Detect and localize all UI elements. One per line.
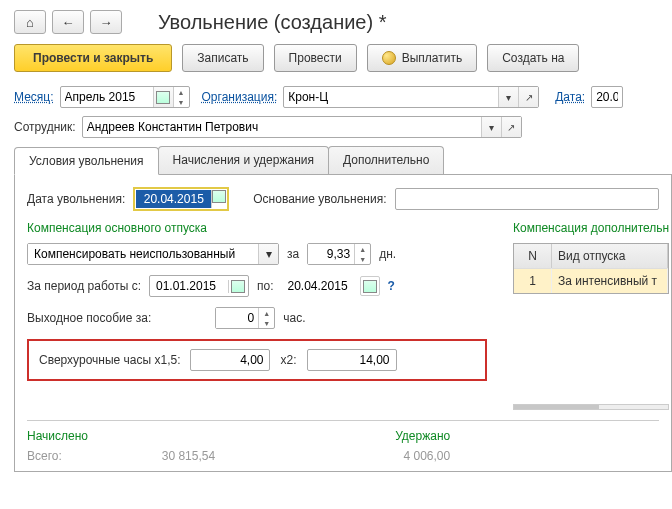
days-input[interactable] xyxy=(308,244,354,264)
arrow-right-icon: → xyxy=(100,15,113,30)
date-field[interactable] xyxy=(591,86,623,108)
tab-accruals[interactable]: Начисления и удержания xyxy=(158,146,329,174)
employee-dropdown-button[interactable]: ▾ xyxy=(481,117,501,137)
month-calendar-button[interactable] xyxy=(153,87,173,107)
pay-button-label: Выплатить xyxy=(402,51,463,65)
month-label[interactable]: Месяц: xyxy=(14,90,54,104)
chevron-down-icon: ▾ xyxy=(266,247,272,261)
period-to-calendar-button[interactable] xyxy=(360,276,380,296)
org-dropdown-button[interactable]: ▾ xyxy=(498,87,518,107)
fire-date-label: Дата увольнения: xyxy=(27,192,125,206)
save-button[interactable]: Записать xyxy=(182,44,263,72)
calendar-icon xyxy=(231,280,245,293)
period-from-calendar-button[interactable] xyxy=(228,280,248,293)
calendar-icon xyxy=(212,190,226,203)
grid-col-type: Вид отпуска xyxy=(552,244,668,268)
date-input[interactable] xyxy=(592,87,622,107)
basis-label: Основание увольнения: xyxy=(253,192,386,206)
tab-conditions[interactable]: Условия увольнения xyxy=(14,147,159,175)
run-and-close-button[interactable]: Провести и закрыть xyxy=(14,44,172,72)
withheld-value: 4 006,00 xyxy=(395,449,450,463)
employee-label: Сотрудник: xyxy=(14,120,76,134)
spin-down-icon[interactable]: ▼ xyxy=(174,97,189,107)
severance-unit-label: час. xyxy=(283,311,305,325)
overtime2-input[interactable] xyxy=(307,349,397,371)
comp-mode-input[interactable] xyxy=(28,244,258,264)
chevron-down-icon: ▾ xyxy=(506,92,511,103)
period-from-input[interactable] xyxy=(150,279,228,293)
comp-main-heading: Компенсация основного отпуска xyxy=(27,221,487,235)
month-field[interactable]: ▲▼ xyxy=(60,86,190,108)
comp-mode-dropdown-button[interactable]: ▾ xyxy=(258,244,278,264)
page-title: Увольнение (создание) * xyxy=(158,11,386,34)
fire-date-calendar-button[interactable] xyxy=(211,190,226,208)
overtime15-input[interactable] xyxy=(190,349,270,371)
accrued-row-label: Всего: xyxy=(27,449,62,463)
period-from-field[interactable] xyxy=(149,275,249,297)
period-to-input xyxy=(282,279,360,293)
spin-down-icon[interactable]: ▼ xyxy=(355,254,370,264)
scrollbar-thumb[interactable] xyxy=(514,405,599,409)
days-spinner[interactable]: ▲▼ xyxy=(354,244,370,264)
overtime-group: Сверхурочные часы x1,5: x2: xyxy=(27,339,487,381)
basis-field[interactable] xyxy=(395,188,659,210)
grid-col-n: N xyxy=(514,244,552,268)
coin-icon xyxy=(382,51,396,65)
forward-button[interactable]: → xyxy=(90,10,122,34)
severance-field[interactable]: ▲▼ xyxy=(215,307,275,329)
for-label: за xyxy=(287,247,299,261)
pay-button[interactable]: Выплатить xyxy=(367,44,478,72)
overtime15-label: Сверхурочные часы x1,5: xyxy=(39,353,180,367)
days-unit-label: дн. xyxy=(379,247,396,261)
org-label[interactable]: Организация: xyxy=(202,90,278,104)
accrued-value: 30 815,54 xyxy=(65,449,215,463)
period-to-label: по: xyxy=(257,279,274,293)
chevron-down-icon: ▾ xyxy=(489,122,494,133)
month-spinner[interactable]: ▲▼ xyxy=(173,87,189,107)
arrow-left-icon: ← xyxy=(62,15,75,30)
spin-up-icon[interactable]: ▲ xyxy=(174,87,189,97)
spin-up-icon[interactable]: ▲ xyxy=(355,244,370,254)
home-button[interactable]: ⌂ xyxy=(14,10,46,34)
employee-open-button[interactable]: ↗ xyxy=(501,117,521,137)
open-icon: ↗ xyxy=(525,92,533,103)
grid-cell-type: За интенсивный т xyxy=(552,268,668,293)
org-input[interactable] xyxy=(284,87,498,107)
overtime2-label: x2: xyxy=(280,353,296,367)
employee-input[interactable] xyxy=(83,117,481,137)
tab-additional[interactable]: Дополнительно xyxy=(328,146,444,174)
basis-input[interactable] xyxy=(396,189,658,209)
help-button[interactable]: ? xyxy=(388,279,395,293)
comp-additional-heading: Компенсация дополнительн xyxy=(513,221,669,235)
withheld-heading: Удержано xyxy=(395,429,450,443)
fire-date-field[interactable] xyxy=(133,187,229,211)
severance-label: Выходное пособие за: xyxy=(27,311,151,325)
severance-input[interactable] xyxy=(216,308,258,328)
spin-down-icon[interactable]: ▼ xyxy=(259,318,274,328)
vacation-grid[interactable]: N Вид отпуска 1 За интенсивный т xyxy=(513,243,669,294)
fire-date-input[interactable] xyxy=(136,190,211,208)
comp-mode-select[interactable]: ▾ xyxy=(27,243,279,265)
days-field[interactable]: ▲▼ xyxy=(307,243,371,265)
grid-cell-n: 1 xyxy=(514,268,552,293)
accrued-heading: Начислено xyxy=(27,429,215,443)
spin-up-icon[interactable]: ▲ xyxy=(259,308,274,318)
run-button[interactable]: Провести xyxy=(274,44,357,72)
period-label: За период работы с: xyxy=(27,279,141,293)
open-icon: ↗ xyxy=(507,122,515,133)
grid-row[interactable]: 1 За интенсивный т xyxy=(514,268,668,293)
home-icon: ⌂ xyxy=(26,15,34,30)
date-label[interactable]: Дата: xyxy=(555,90,585,104)
org-field[interactable]: ▾ ↗ xyxy=(283,86,539,108)
grid-scrollbar[interactable] xyxy=(513,404,669,410)
severance-spinner[interactable]: ▲▼ xyxy=(258,308,274,328)
calendar-icon xyxy=(156,91,170,104)
month-input[interactable] xyxy=(61,87,153,107)
period-to-field xyxy=(282,275,380,297)
org-open-button[interactable]: ↗ xyxy=(518,87,538,107)
create-based-on-button[interactable]: Создать на xyxy=(487,44,579,72)
back-button[interactable]: ← xyxy=(52,10,84,34)
employee-field[interactable]: ▾ ↗ xyxy=(82,116,522,138)
calendar-icon xyxy=(363,280,377,293)
grid-header: N Вид отпуска xyxy=(514,244,668,268)
